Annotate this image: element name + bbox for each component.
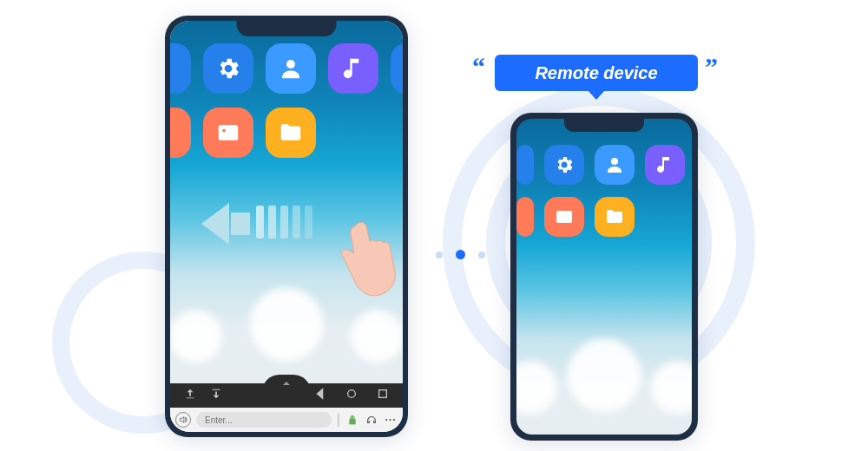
nav-back-icon[interactable] [314, 388, 326, 403]
music-icon[interactable] [328, 43, 378, 94]
controller-phone: | ··· [165, 16, 408, 437]
gallery-icon[interactable] [170, 108, 191, 158]
nav-home-icon[interactable] [345, 388, 358, 403]
gallery-icon [544, 197, 584, 237]
svg-rect-5 [350, 419, 356, 424]
settings-icon[interactable] [203, 43, 253, 94]
files-icon[interactable] [266, 108, 316, 158]
controller-screen: | ··· [170, 21, 403, 432]
command-input[interactable] [196, 412, 332, 428]
headset-icon[interactable] [365, 414, 378, 426]
upload-icon[interactable] [184, 388, 196, 403]
svg-point-2 [222, 129, 226, 133]
settings-icon [516, 145, 534, 185]
gallery-icon [516, 197, 534, 237]
music-icon [645, 145, 685, 185]
settings-icon [544, 145, 584, 185]
quote-open-icon: “ [472, 52, 485, 82]
expand-handle-icon[interactable] [262, 375, 311, 392]
remote-device-label: Remote device [495, 55, 698, 91]
svg-point-6 [611, 158, 618, 165]
notch [564, 119, 644, 132]
wallpaper [516, 119, 692, 435]
svg-point-3 [348, 390, 356, 398]
contacts-icon[interactable] [266, 43, 316, 94]
nav-recent-icon[interactable] [377, 388, 389, 403]
svg-rect-4 [379, 390, 387, 398]
settings-icon[interactable] [170, 43, 191, 94]
sound-icon[interactable] [175, 412, 191, 428]
connection-dots-icon [436, 250, 485, 259]
remote-device-text: Remote device [535, 63, 657, 83]
control-toolbar: | ··· [170, 408, 403, 432]
swipe-left-indicator-icon [201, 203, 312, 245]
download-icon[interactable] [210, 388, 222, 403]
system-nav-bar [170, 383, 403, 408]
gallery-icon[interactable] [203, 108, 253, 158]
divider: | [337, 412, 340, 428]
hand-pointer-icon [333, 219, 403, 305]
contacts-icon [595, 145, 635, 185]
wallpaper[interactable] [170, 21, 403, 383]
files-icon [595, 197, 635, 237]
remote-screen [516, 119, 692, 435]
lock-icon[interactable] [345, 414, 359, 426]
quote-close-icon: ” [705, 52, 718, 82]
svg-point-0 [286, 60, 295, 69]
remote-phone [510, 113, 698, 441]
cloud-decoration [516, 339, 692, 435]
app-partial-icon[interactable] [391, 43, 403, 94]
more-icon[interactable]: ··· [384, 414, 398, 426]
notch [237, 21, 337, 36]
